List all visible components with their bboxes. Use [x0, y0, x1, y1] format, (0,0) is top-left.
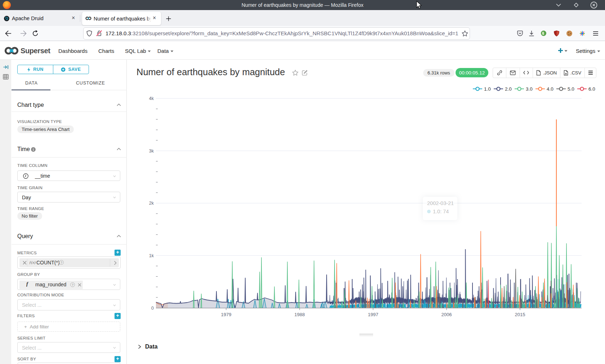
svg-text:0: 0 — [151, 306, 154, 311]
svg-text:1997: 1997 — [368, 312, 378, 317]
svg-text:2015: 2015 — [515, 312, 525, 317]
svg-text:2k: 2k — [149, 201, 154, 206]
svg-text:1k: 1k — [149, 253, 154, 258]
svg-text:4k: 4k — [149, 96, 154, 101]
svg-text:2006: 2006 — [442, 312, 452, 317]
svg-text:1988: 1988 — [295, 312, 305, 317]
svg-text:3k: 3k — [149, 149, 154, 154]
svg-text:1979: 1979 — [221, 312, 232, 317]
